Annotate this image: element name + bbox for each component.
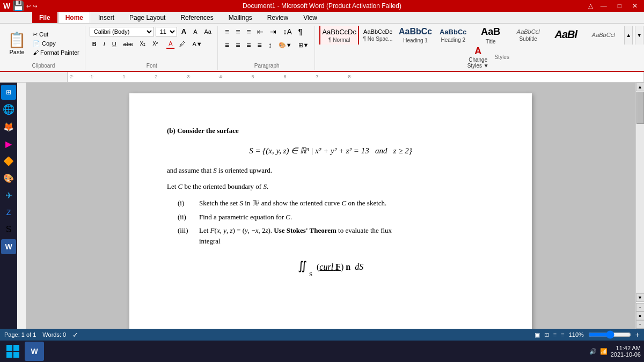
vlc-icon[interactable]: 🔶 — [1, 153, 16, 168]
clear-format-button[interactable]: Aa — [201, 27, 214, 36]
decrease-indent-button[interactable]: ⇤ — [254, 26, 266, 38]
tab-review[interactable]: Review — [260, 12, 295, 23]
superscript-button[interactable]: X² — [150, 39, 160, 48]
view-full-icon[interactable]: ⊡ — [544, 331, 549, 338]
vertical-ruler — [17, 83, 26, 329]
line-spacing-button[interactable]: ↕ — [266, 39, 275, 51]
styles-group-label: Styles — [495, 53, 509, 61]
scroll-down-button[interactable]: ▼ — [636, 293, 645, 302]
status-right: ▣ ⊡ ≡ ≡ 110% + — [535, 330, 640, 339]
subscript-button[interactable]: X₂ — [137, 39, 148, 48]
italic-button[interactable]: I — [101, 39, 108, 49]
increase-indent-button[interactable]: ⇥ — [267, 26, 279, 38]
copy-button[interactable]: 📄 Copy — [31, 40, 82, 48]
underline-button[interactable]: U — [109, 39, 119, 49]
ribbon-tabs: File Home Insert Page Layout References … — [0, 12, 644, 24]
shrink-font-button[interactable]: A — [191, 27, 200, 36]
ribbon-toolbar: 📋 Paste ✂ Cut 📄 Copy 🖌 Format Painter Cl… — [0, 24, 644, 72]
telegram-icon[interactable]: ✈ — [1, 188, 16, 203]
tab-file[interactable]: File — [32, 12, 57, 23]
word-taskbar-icon[interactable]: W — [1, 239, 16, 254]
change-styles-aa-icon: A — [474, 46, 481, 57]
tab-home[interactable]: Home — [58, 12, 90, 23]
item-num-3: (iii) — [178, 225, 199, 236]
cut-button[interactable]: ✂ Cut — [31, 31, 82, 39]
slack-icon[interactable]: S — [1, 222, 16, 237]
styles-scroll-down[interactable]: ▼ — [635, 26, 643, 45]
format-painter-button[interactable]: 🖌 Format Painter — [31, 49, 82, 56]
style-heading1-label: Heading 1 — [403, 38, 428, 43]
taskbar-word[interactable]: W — [25, 342, 44, 361]
c-italic-1: C — [178, 182, 183, 190]
nav-select-button[interactable]: ● — [636, 312, 645, 320]
bullets-button[interactable]: ≡ — [222, 26, 232, 38]
bold-button[interactable]: B — [90, 39, 99, 49]
scroll-up-button[interactable]: ▲ — [636, 83, 645, 91]
grow-font-button[interactable]: A — [179, 26, 189, 37]
media-icon[interactable]: ▶ — [1, 136, 16, 151]
paste-button[interactable]: 📋 Paste — [5, 30, 28, 56]
copy-icon: 📄 — [33, 40, 40, 47]
zoom-in-icon[interactable]: + — [635, 330, 640, 339]
style-heading2[interactable]: AaBbCc Heading 2 — [434, 26, 472, 45]
edge-icon[interactable]: 🌐 — [1, 102, 16, 117]
tab-view[interactable]: View — [296, 12, 324, 23]
maximize-button[interactable]: □ — [614, 2, 625, 10]
align-center-button[interactable]: ≡ — [233, 39, 243, 51]
justify-button[interactable]: ≡ — [254, 39, 264, 51]
firefox-icon[interactable]: 🦊 — [1, 119, 16, 134]
shading-button[interactable]: 🎨▼ — [276, 39, 295, 51]
numbering-button[interactable]: ≡ — [233, 26, 243, 38]
scroll-track — [636, 91, 644, 293]
zoom-slider[interactable] — [588, 331, 631, 338]
change-styles-button[interactable]: A ChangeStyles ▼ — [465, 45, 492, 70]
align-right-button[interactable]: ≡ — [244, 39, 253, 51]
document-page: (b) Consider the surface S = {(x, y, z) … — [129, 93, 532, 329]
borders-button[interactable]: ⊞▼ — [296, 39, 312, 51]
tab-mailings[interactable]: Mailings — [222, 12, 259, 23]
help-icon[interactable]: △ — [588, 2, 593, 10]
paint-icon[interactable]: 🎨 — [1, 171, 16, 186]
style-title[interactable]: AaB Title — [472, 26, 509, 45]
font-name-select[interactable]: Calibri (Body) — [90, 27, 154, 36]
font-color-button[interactable]: A — [166, 39, 175, 49]
windows-icon[interactable]: ⊞ — [1, 85, 16, 100]
copy-label: Copy — [42, 40, 56, 47]
view-outline-icon[interactable]: ≡ — [561, 331, 564, 338]
zoom-icon[interactable]: Z — [1, 205, 16, 220]
start-button[interactable] — [3, 342, 23, 361]
section-label-text: (b) Consider the surface — [167, 127, 239, 135]
page-status: Page: 1 of 1 — [4, 331, 36, 338]
speaker-icon[interactable]: 🔊 — [589, 348, 597, 355]
strikethrough-button[interactable]: abc — [121, 39, 136, 49]
style-subtitle-label: Subtitle — [519, 36, 537, 42]
style-strong[interactable]: AaBl — [547, 26, 584, 45]
tab-page-layout[interactable]: Page Layout — [122, 12, 172, 23]
sort-button[interactable]: ↕A — [280, 26, 294, 38]
view-print-icon[interactable]: ▣ — [535, 331, 540, 338]
nav-up-button[interactable]: ◦ — [636, 303, 645, 312]
view-web-icon[interactable]: ≡ — [553, 331, 557, 338]
text-color-button[interactable]: A▼ — [189, 39, 204, 49]
style-normal[interactable]: AaBbCcDc ¶ Normal — [319, 26, 359, 45]
highlight-button[interactable]: 🖊 — [177, 39, 188, 49]
style-emphasis[interactable]: AaBbCcl — [584, 26, 622, 45]
font-size-select[interactable]: 11 — [156, 27, 177, 36]
list-items: (i) Sketch the set S in ℝ³ and show the … — [167, 198, 494, 246]
tab-insert[interactable]: Insert — [91, 12, 121, 23]
align-left-button[interactable]: ≡ — [222, 39, 232, 51]
styles-scroll-up[interactable]: ▲ — [624, 26, 633, 45]
style-heading1[interactable]: AaBbCc Heading 1 — [397, 26, 434, 45]
nav-down-button[interactable]: ◦ — [636, 320, 645, 329]
show-formatting-button[interactable]: ¶ — [296, 26, 305, 38]
network-icon[interactable]: 📶 — [600, 348, 608, 355]
style-no-spacing[interactable]: AaBbCcDc ¶ No Spac... — [359, 26, 397, 45]
tab-references[interactable]: References — [173, 12, 220, 23]
multilevel-button[interactable]: ≡ — [244, 26, 253, 38]
style-subtitle[interactable]: AaBbCcl Subtitle — [509, 26, 547, 45]
line-1: and assume that S is oriented upward. — [167, 165, 494, 176]
minimize-button[interactable]: — — [597, 2, 610, 10]
scroll-thumb[interactable] — [636, 92, 644, 124]
close-button[interactable]: ✕ — [629, 2, 641, 10]
document-area[interactable]: (b) Consider the surface S = {(x, y, z) … — [26, 83, 635, 329]
